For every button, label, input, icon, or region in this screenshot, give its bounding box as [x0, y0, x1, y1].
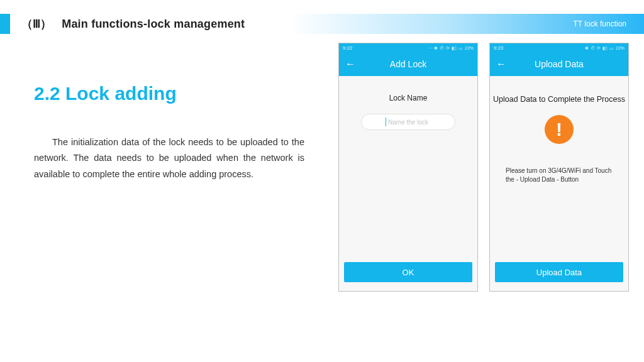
- phone-mockups: 9:22 ⋯ ✱ ⏱ ⟳ ▮▯ ▭ 22% ← Add Lock Lock Na…: [338, 43, 629, 292]
- battery-pct: 22%: [465, 46, 474, 50]
- ok-button-label: OK: [402, 268, 414, 277]
- section-heading: 2.2 Lock adding: [34, 83, 304, 104]
- phone-body: Upload Data to Complete the Process ! Pl…: [490, 76, 628, 291]
- header-accent-tab: [0, 14, 10, 34]
- battery-pct: 22%: [616, 46, 625, 50]
- header-right-label: TT lock function: [574, 19, 626, 28]
- bluetooth-icon: ✱: [585, 46, 589, 50]
- status-time: 9:22: [343, 45, 353, 51]
- status-icons: ⋯ ✱ ⏱ ⟳ ▮▯ ▭ 22%: [428, 46, 474, 50]
- app-bar: ← Add Lock: [339, 52, 477, 76]
- section-marker: （Ⅲ）: [21, 18, 52, 30]
- header-title: （Ⅲ） Main functions-lock management: [21, 16, 245, 31]
- ok-button[interactable]: OK: [344, 262, 472, 282]
- header-title-text: Main functions-lock management: [62, 18, 245, 30]
- upload-data-button-label: Upload Data: [536, 268, 582, 277]
- sync-icon: ⟳: [446, 46, 450, 50]
- status-time: 9:23: [494, 45, 504, 51]
- status-icons: ✱ ⏱ ⟳ ▮▯ ▭ 22%: [585, 46, 625, 50]
- alarm-icon: ⏱: [440, 46, 444, 50]
- status-bar: 9:23 ✱ ⏱ ⟳ ▮▯ ▭ 22%: [490, 43, 628, 52]
- lock-name-input[interactable]: Name the lock: [361, 114, 455, 130]
- signal-icon: ▮▯: [452, 46, 457, 50]
- appbar-title: Add Lock: [390, 59, 426, 69]
- back-icon[interactable]: ←: [345, 59, 355, 69]
- back-icon[interactable]: ←: [496, 59, 506, 69]
- appbar-title: Upload Data: [535, 59, 584, 69]
- sync-icon: ⟳: [597, 46, 601, 50]
- lock-name-label: Lock Name: [339, 94, 477, 102]
- text-cursor: [386, 118, 386, 126]
- section-body: The initialization data of the lock need…: [34, 134, 304, 182]
- status-bar: 9:22 ⋯ ✱ ⏱ ⟳ ▮▯ ▭ 22%: [339, 43, 477, 52]
- phone-add-lock: 9:22 ⋯ ✱ ⏱ ⟳ ▮▯ ▭ 22% ← Add Lock Lock Na…: [338, 43, 478, 292]
- upload-data-button[interactable]: Upload Data: [495, 262, 623, 282]
- battery-icon: ▭: [458, 46, 463, 50]
- warning-icon: !: [545, 115, 574, 144]
- content-area: 2.2 Lock adding The initialization data …: [0, 34, 644, 362]
- battery-icon: ▭: [609, 46, 614, 50]
- alarm-icon: ⏱: [591, 46, 595, 50]
- phone-upload-data: 9:23 ✱ ⏱ ⟳ ▮▯ ▭ 22% ← Upload Data Upload…: [489, 43, 629, 292]
- lock-name-placeholder: Name the lock: [388, 119, 428, 126]
- phone-body: Lock Name Name the lock OK: [339, 76, 477, 291]
- warning-glyph: !: [556, 120, 562, 139]
- app-bar: ← Upload Data: [490, 52, 628, 76]
- signal-icon: ▮▯: [602, 46, 608, 50]
- upload-hint: Please turn on 3G/4G/WiFi and Touch the …: [506, 167, 613, 184]
- upload-headline: Upload Data to Complete the Process: [490, 95, 628, 104]
- text-column: 2.2 Lock adding The initialization data …: [34, 83, 304, 182]
- bluetooth-icon: ⋯ ✱: [428, 46, 438, 50]
- header-bar: （Ⅲ） Main functions-lock management TT lo…: [0, 14, 644, 34]
